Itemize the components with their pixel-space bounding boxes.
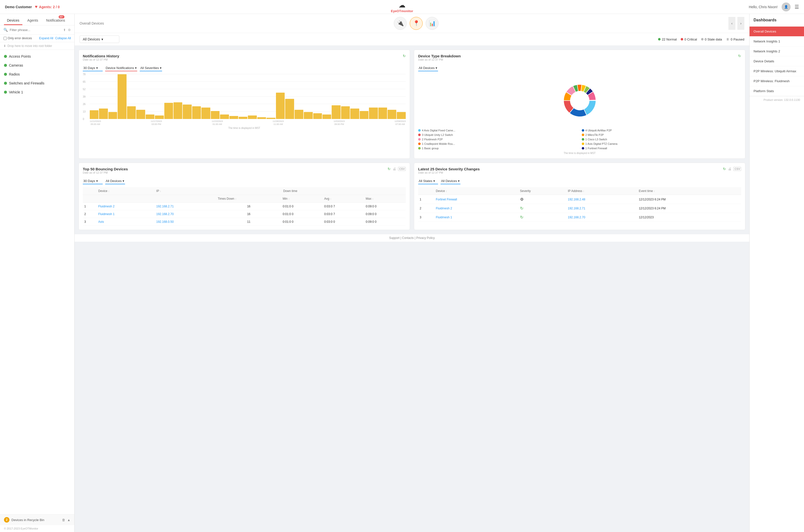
left-sidebar: Devices Agents Notifications 99+ 🔍 ⬆ ⚙ O… <box>0 14 75 532</box>
collapse-all-link[interactable]: Collapse All <box>55 37 71 40</box>
dash-item-p2p-ubiquiti[interactable]: P2P Wireless: Ubiquiti Airmax <box>750 66 804 76</box>
donut-container <box>418 74 741 127</box>
x-label-5: 12/03/202309:00 PM <box>334 120 345 126</box>
tree-item-radios[interactable]: Radios <box>0 70 74 79</box>
link-fluidmesh1[interactable]: Fluidmesh 1 <box>98 212 114 216</box>
dash-item-device-details[interactable]: Device Details <box>750 56 804 66</box>
filter-30days[interactable]: 30 Days ▾ <box>83 65 103 71</box>
status-stale: 0 Stale data <box>701 38 722 41</box>
expand-icon[interactable]: ▲ <box>67 518 70 522</box>
refresh-icon-device-type[interactable]: ↻ <box>738 54 741 58</box>
th-ip: IP ↕ <box>155 187 216 195</box>
link-ip-fluidmesh1[interactable]: 192.168.2.70 <box>157 212 174 216</box>
refresh-icon-severity[interactable]: ↻ <box>723 167 726 171</box>
drop-icon: ⬇ <box>3 44 6 48</box>
dash-item-platform[interactable]: Platform Stats <box>750 86 804 96</box>
status-dot-switches <box>4 82 7 85</box>
filter-all-severities[interactable]: All Severities ▾ <box>140 65 162 71</box>
filter-severity-devices[interactable]: All Devices ▾ <box>440 178 460 184</box>
label-fluidmesh-p2p: 2 Fluidmesh P2P <box>422 138 443 141</box>
sidebar-search: 🔍 ⬆ ⚙ <box>0 25 74 35</box>
support-link[interactable]: Support <box>389 236 400 240</box>
filter-severities-label: All Severities <box>140 66 159 70</box>
donut-svg <box>558 78 602 123</box>
link-fortinet[interactable]: Fortinet Firewall <box>436 198 457 201</box>
link-fluidmesh2[interactable]: Fluidmesh 2 <box>98 205 114 208</box>
tree-item-switches[interactable]: Switches and Firewalls <box>0 79 74 88</box>
cell-num-2: 2 <box>83 210 97 218</box>
bar-22 <box>295 110 303 119</box>
print-icon-severity[interactable]: 🖨 <box>728 167 731 171</box>
filter-all-devices-donut[interactable]: All Devices ▾ <box>418 65 438 71</box>
csv-icon-severity[interactable]: CSV <box>733 167 741 171</box>
bar-15 <box>230 116 238 119</box>
dot-basic-group <box>418 147 421 150</box>
filter-bouncing-devices[interactable]: All Devices ▾ <box>105 178 125 184</box>
settings-icon[interactable]: ⚙ <box>68 28 71 32</box>
dash-item-p2p-fluidmesh[interactable]: P2P Wireless: Fluidmesh <box>750 76 804 86</box>
only-error-checkbox[interactable]: Only error devices <box>3 37 32 40</box>
nav-prev[interactable]: ‹ <box>728 17 735 30</box>
bar-23 <box>304 112 312 119</box>
cell-sev-device-1: Fortinet Firewall <box>434 195 518 204</box>
legend-ubiquiti-l2: 3 Ubiquiti Unity L2 Switch <box>418 133 578 136</box>
trash-icon[interactable]: 🗑 <box>62 518 65 522</box>
link-fluidmesh2-sev[interactable]: Fluidmesh 2 <box>436 207 452 210</box>
search-input[interactable] <box>10 28 61 32</box>
cell-ip-2: 192.168.2.70 <box>155 210 216 218</box>
tree-item-cameras[interactable]: Cameras <box>0 61 74 70</box>
filter-30days-label: 30 Days <box>83 66 95 70</box>
cell-sev-event-1: 12/12/2023 6:24 PM <box>637 195 741 204</box>
icon-location[interactable]: 📍 <box>410 17 423 30</box>
tree-item-access-points[interactable]: Access Points <box>0 52 74 61</box>
nav-next[interactable]: › <box>737 17 744 30</box>
cell-sev-num-3: 3 <box>418 213 434 222</box>
refresh-icon-notif[interactable]: ↻ <box>403 54 406 58</box>
bar-5 <box>136 110 145 119</box>
dash-item-network2[interactable]: Network Insights 2 <box>750 46 804 56</box>
cell-times-2: 16 <box>216 210 281 218</box>
privacy-link[interactable]: Privacy Policy <box>416 236 435 240</box>
link-ip-fluidmesh1-sev[interactable]: 192.168.2.70 <box>568 215 585 219</box>
tree-label-switches: Switches and Firewalls <box>9 81 44 85</box>
link-ip-fluidmesh2-sev[interactable]: 192.168.2.71 <box>568 207 585 210</box>
tab-agents[interactable]: Agents <box>24 16 41 25</box>
csv-icon-bouncing[interactable]: CSV <box>398 167 406 171</box>
tab-devices[interactable]: Devices <box>4 16 22 25</box>
hamburger-menu[interactable]: ☰ <box>794 4 799 10</box>
expand-all-link[interactable]: Expand All <box>39 37 53 40</box>
dash-item-network1[interactable]: Network Insights 1 <box>750 37 804 46</box>
refresh-icon-bouncing[interactable]: ↻ <box>388 167 390 171</box>
label-axis-ptz: 1 Axis Digital PTZ Camera <box>585 142 618 145</box>
icon-network[interactable]: 🔌 <box>394 17 407 30</box>
all-devices-select[interactable]: All Devices ▾ <box>79 36 119 43</box>
link-ip-axis[interactable]: 192.168.0.50 <box>157 220 174 224</box>
device-type-filters: All Devices ▾ <box>418 65 741 71</box>
cell-sev-severity-1: ⚙ <box>518 195 566 204</box>
cell-device-3: Axis <box>97 218 154 226</box>
error-checkbox-input[interactable] <box>3 37 7 40</box>
card-device-type: Device Type Breakdown Date as of 12:37 P… <box>414 50 745 159</box>
filter-all-states[interactable]: All States ▾ <box>418 178 438 184</box>
export-icon[interactable]: ⬆ <box>63 28 66 32</box>
avatar: 👤 <box>782 2 790 12</box>
contacts-link[interactable]: Contacts <box>402 236 414 240</box>
link-axis[interactable]: Axis <box>98 220 104 224</box>
filter-bouncing-days-label: 30 Days <box>83 179 95 183</box>
link-fluidmesh1-sev[interactable]: Fluidmesh 1 <box>436 215 452 219</box>
th-avg: Avg ↕ <box>323 195 364 203</box>
filter-bouncing-days[interactable]: 30 Days ▾ <box>83 178 103 184</box>
filter-device-notif[interactable]: Device Notifications ▾ <box>105 65 137 71</box>
right-sidebar: Dashboards Overall Devices Network Insig… <box>749 14 804 532</box>
sidebar-bottom: 2 Devices in Recycle Bin 🗑 ▲ <box>0 514 74 525</box>
tab-notifications[interactable]: Notifications <box>43 16 68 25</box>
icon-dashboard[interactable]: 📊 <box>426 17 439 30</box>
only-error-label: Only error devices <box>8 37 32 40</box>
dash-item-overall[interactable]: Overall Devices <box>750 26 804 37</box>
link-ip-fluidmesh2[interactable]: 192.168.2.71 <box>157 205 174 208</box>
cell-sev-num-2: 2 <box>418 204 434 213</box>
print-icon-bouncing[interactable]: 🖨 <box>392 167 396 171</box>
link-ip-fortinet[interactable]: 192.168.2.48 <box>568 198 585 201</box>
drop-label: Drop here to move into root folder <box>7 44 52 48</box>
tree-item-vehicle[interactable]: Vehicle 1 <box>0 88 74 97</box>
